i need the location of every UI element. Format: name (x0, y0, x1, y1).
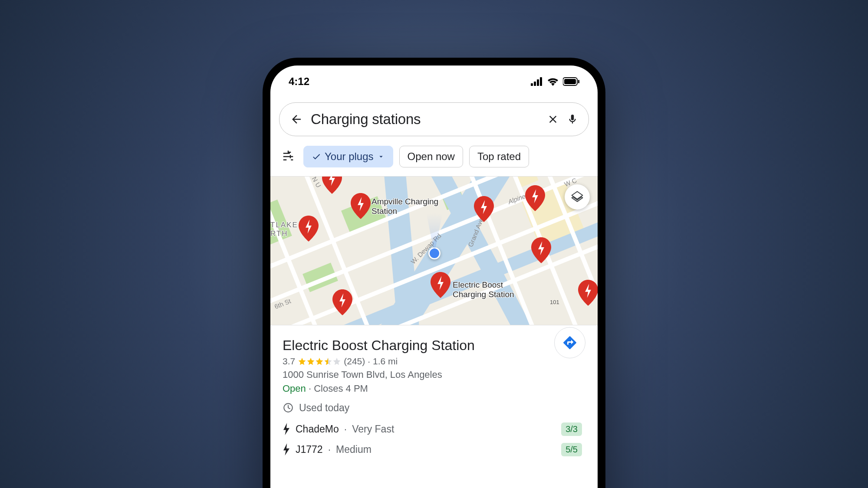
screen: 4:12 Charging stations (270, 66, 598, 488)
battery-icon (563, 77, 579, 86)
review-count: (245) (344, 356, 365, 367)
map-pin[interactable] (299, 216, 319, 242)
map-pin[interactable] (531, 237, 551, 263)
svg-rect-5 (564, 79, 576, 84)
map-viewport[interactable]: 6th St W. Dewap Rd Grand Ave Alpine W C … (270, 176, 598, 325)
clock-icon (283, 402, 294, 413)
star-full-icon (306, 357, 315, 366)
filter-chip-label: Open now (408, 151, 455, 163)
separator-dot: · (328, 444, 331, 455)
connector-row: ChadeMo · Very Fast 3/3 (283, 422, 585, 436)
filters-button[interactable] (282, 150, 295, 163)
map-pin[interactable] (431, 272, 450, 298)
used-today-row: Used today (283, 402, 585, 414)
hours-row: Open · Closes 4 PM (283, 383, 585, 394)
directions-icon (562, 335, 578, 350)
connector-name: J1772 (296, 444, 323, 455)
cellular-icon (531, 77, 543, 86)
current-location-dot (428, 247, 441, 259)
map-pin[interactable] (322, 176, 342, 194)
map-pin[interactable] (332, 289, 352, 315)
bolt-icon (283, 423, 290, 435)
place-detail-card[interactable]: Electric Boost Charging Station 3.7 (245… (270, 325, 598, 456)
svg-rect-1 (534, 82, 536, 86)
bolt-icon (283, 443, 290, 455)
map-pin-label[interactable]: Ampville Charging Station (372, 197, 438, 217)
star-full-icon (315, 357, 324, 366)
address: 1000 Sunrise Town Blvd, Los Angeles (283, 369, 585, 380)
star-empty-icon (332, 357, 341, 366)
rating-value: 3.7 (283, 356, 295, 367)
phone-frame: 4:12 Charging stations (263, 58, 605, 488)
open-status: Open (283, 383, 306, 394)
close-icon (547, 113, 559, 125)
map-pin[interactable] (525, 185, 545, 211)
place-title: Electric Boost Charging Station (283, 337, 585, 354)
status-indicators (531, 77, 579, 86)
filter-chip-your-plugs[interactable]: Your plugs (303, 146, 393, 167)
connector-name: ChadeMo (296, 423, 339, 435)
map-hwy-shield: 101 (550, 299, 559, 305)
separator-dot: · (368, 356, 370, 367)
connector-speed: Very Fast (352, 423, 394, 435)
search-bar[interactable]: Charging stations (279, 102, 589, 136)
clear-button[interactable] (547, 113, 559, 125)
map-area-label: TLAKE RTH (270, 220, 298, 238)
layers-icon (571, 190, 584, 203)
filter-chip-open-now[interactable]: Open now (399, 146, 463, 167)
svg-rect-2 (537, 79, 539, 86)
layers-button[interactable] (565, 184, 590, 210)
connector-row: J1772 · Medium 5/5 (283, 443, 585, 456)
star-full-icon (298, 357, 306, 366)
availability-badge: 5/5 (561, 443, 582, 456)
filter-chip-top-rated[interactable]: Top rated (469, 146, 529, 167)
microphone-icon (567, 112, 578, 126)
search-query[interactable]: Charging stations (311, 111, 539, 128)
filter-row: Your plugs Open now Top rated (270, 136, 598, 176)
separator-dot: · (344, 423, 347, 435)
svg-rect-0 (531, 83, 533, 86)
separator-dot: · (309, 383, 314, 394)
connector-speed: Medium (336, 444, 372, 455)
rating-stars (298, 357, 341, 366)
svg-rect-6 (578, 80, 579, 83)
map-pin[interactable] (474, 196, 494, 222)
availability-badge: 3/3 (561, 422, 582, 436)
map-pin[interactable] (578, 280, 598, 306)
rating-row: 3.7 (245) · 1.6 mi (283, 356, 585, 367)
distance: 1.6 mi (373, 356, 398, 367)
filter-chip-label: Top rated (477, 151, 521, 163)
filter-chip-label: Your plugs (325, 151, 374, 163)
back-button[interactable] (290, 113, 303, 126)
map-pin[interactable] (351, 193, 371, 219)
check-icon (312, 152, 321, 161)
voice-search-button[interactable] (567, 112, 578, 126)
directions-button[interactable] (554, 327, 585, 358)
back-arrow-icon (290, 113, 303, 126)
svg-rect-3 (540, 77, 542, 86)
closing-time: Closes 4 PM (314, 383, 368, 394)
map-pin-label[interactable]: Electric Boost Charging Station (453, 280, 514, 300)
dropdown-icon (377, 153, 385, 160)
tune-icon (282, 150, 295, 163)
status-bar: 4:12 (270, 66, 598, 98)
wifi-icon (547, 77, 559, 86)
star-half-icon (324, 357, 332, 366)
used-today-label: Used today (299, 402, 349, 414)
status-time: 4:12 (289, 75, 309, 88)
